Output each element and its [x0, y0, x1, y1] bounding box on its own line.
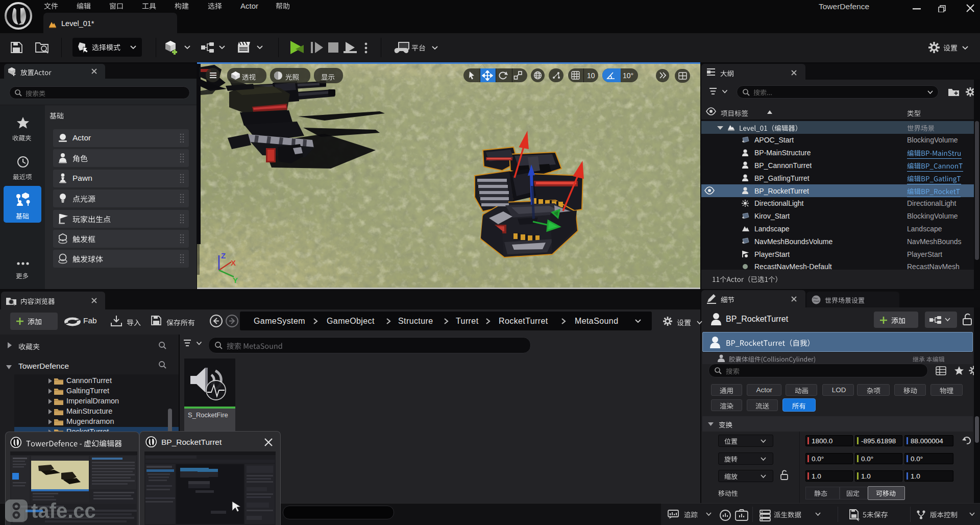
svg-text:Z: Z [221, 251, 226, 260]
svg-text:Y: Y [233, 276, 238, 284]
svg-text:tafe.cc: tafe.cc [31, 499, 96, 522]
svg-text:X: X [231, 258, 236, 267]
